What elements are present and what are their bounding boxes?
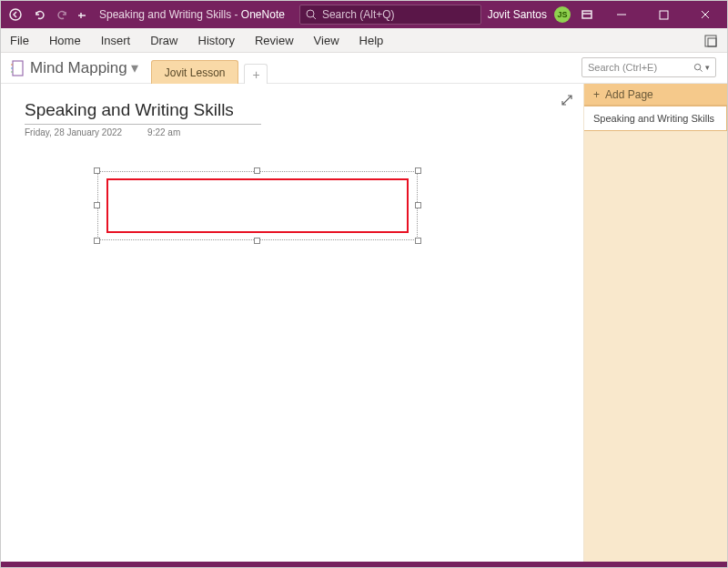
close-button[interactable] (687, 1, 723, 28)
svg-rect-4 (705, 36, 716, 46)
svg-rect-3 (660, 11, 668, 19)
page-search-placeholder: Search (Ctrl+E) (588, 62, 657, 73)
menu-home[interactable]: Home (49, 34, 81, 47)
redo-button[interactable] (52, 4, 74, 25)
ribbon-display-button[interactable] (576, 4, 598, 25)
resize-handle-nw[interactable] (94, 167, 100, 174)
menu-file[interactable]: File (10, 34, 29, 47)
selected-shape-container[interactable] (97, 171, 418, 240)
page-list-background (584, 131, 727, 562)
full-page-view-button[interactable] (702, 32, 720, 50)
page-header: Speaking and Writing Skills Friday, 28 J… (25, 100, 261, 137)
resize-handle-s[interactable] (254, 238, 260, 244)
page-list-item[interactable]: Speaking and Writing Skills (584, 106, 727, 131)
title-bar-right: Jovit Santos JS (488, 1, 727, 28)
rectangle-shape[interactable] (106, 178, 409, 233)
resize-handle-e[interactable] (415, 202, 421, 208)
qat-customize-button[interactable] (76, 4, 88, 25)
app-name: OneNote (241, 8, 285, 21)
search-placeholder: Search (Alt+Q) (322, 8, 395, 21)
section-tab-label: Jovit Lesson (165, 66, 226, 79)
back-button[interactable] (5, 4, 26, 25)
user-name[interactable]: Jovit Santos (488, 8, 547, 21)
svg-rect-6 (13, 61, 23, 76)
maximize-button[interactable] (645, 1, 682, 28)
plus-icon: + (593, 88, 600, 101)
menu-help[interactable]: Help (359, 34, 384, 47)
resize-handle-ne[interactable] (415, 167, 421, 174)
document-title: Speaking and Writing Skills (99, 8, 231, 21)
section-tab[interactable]: Jovit Lesson (151, 60, 239, 84)
menu-insert[interactable]: Insert (101, 34, 131, 47)
window-title: Speaking and Writing Skills - OneNote (99, 8, 285, 21)
add-page-button[interactable]: + Add Page (584, 84, 727, 106)
menu-view[interactable]: View (314, 34, 339, 47)
svg-point-1 (307, 10, 314, 17)
minimize-button[interactable] (603, 1, 640, 28)
notebook-name[interactable]: Mind Mapping (30, 59, 127, 77)
resize-handle-n[interactable] (254, 167, 260, 174)
expand-page-icon[interactable] (560, 93, 574, 107)
undo-button[interactable] (28, 4, 50, 25)
bottom-accent-bar (1, 562, 727, 567)
add-section-button[interactable]: + (244, 64, 268, 84)
page-meta: Friday, 28 January 2022 9:22 am (25, 127, 261, 137)
svg-rect-2 (582, 11, 592, 18)
page-list-item-title: Speaking and Writing Skills (593, 113, 714, 124)
menu-review[interactable]: Review (255, 34, 294, 47)
page-title[interactable]: Speaking and Writing Skills (25, 100, 261, 125)
page-search-box[interactable]: Search (Ctrl+E) ▾ (581, 57, 716, 77)
resize-handle-w[interactable] (94, 202, 100, 208)
page-date[interactable]: Friday, 28 January 2022 (25, 127, 122, 137)
search-icon (306, 9, 317, 20)
search-icon: ▾ (693, 63, 710, 73)
main-area: Speaking and Writing Skills Friday, 28 J… (1, 84, 727, 562)
quick-access-toolbar (1, 4, 88, 25)
page-canvas[interactable]: Speaking and Writing Skills Friday, 28 J… (1, 84, 583, 562)
menu-history[interactable]: History (198, 34, 235, 47)
title-bar: Speaking and Writing Skills - OneNote Se… (1, 1, 727, 28)
add-page-label: Add Page (605, 88, 653, 101)
page-time[interactable]: 9:22 am (147, 127, 180, 137)
avatar[interactable]: JS (554, 6, 571, 23)
svg-point-0 (10, 9, 21, 20)
ribbon-menu: File Home Insert Draw History Review Vie… (1, 28, 727, 53)
resize-handle-se[interactable] (415, 238, 421, 244)
notebook-icon (10, 60, 25, 76)
section-bar: Mind Mapping ▾ Jovit Lesson + Search (Ct… (1, 53, 727, 84)
notebook-dropdown-icon[interactable]: ▾ (131, 59, 138, 76)
svg-rect-5 (708, 38, 716, 46)
menu-draw[interactable]: Draw (150, 34, 177, 47)
resize-handle-sw[interactable] (94, 238, 100, 244)
search-box[interactable]: Search (Alt+Q) (299, 5, 481, 25)
svg-point-10 (694, 64, 700, 69)
page-list-panel: + Add Page Speaking and Writing Skills (583, 84, 727, 562)
